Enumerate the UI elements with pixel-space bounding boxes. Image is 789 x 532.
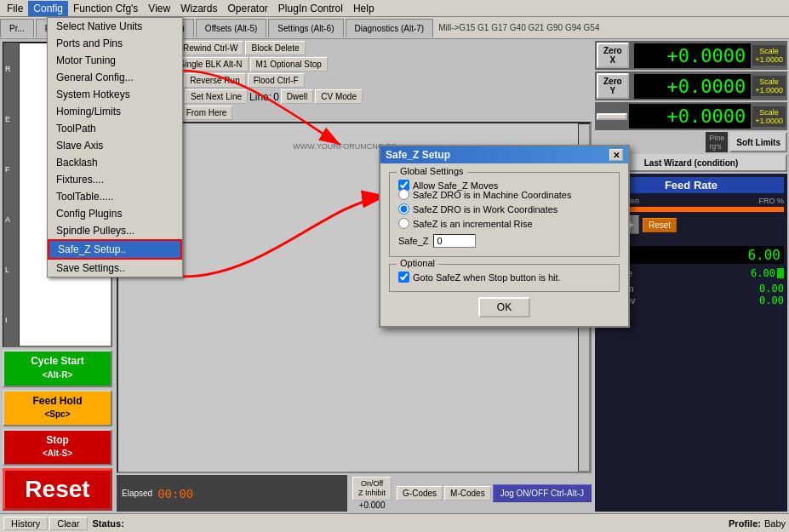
menu-plugin-control[interactable]: PlugIn Control: [273, 1, 348, 16]
status-label: Status:: [93, 518, 124, 529]
dro-z-scale-value: +1.0000: [755, 117, 783, 125]
menu-file[interactable]: File: [2, 1, 28, 16]
safez-input[interactable]: [433, 234, 476, 248]
block-delete-button[interactable]: Block Delete: [245, 41, 305, 55]
menu-slave-axis[interactable]: Slave Axis: [48, 137, 182, 154]
menu-operator[interactable]: Operator: [223, 1, 273, 16]
tab-offsets[interactable]: Offsets (Alt-5): [196, 19, 267, 37]
radio-incremental-label: SafeZ is an incremental Rise: [413, 219, 533, 229]
elapsed-time: 00:00: [157, 487, 193, 501]
jog-button[interactable]: Jog ON/OFF Ctrl-Alt-J: [493, 484, 592, 502]
pine-placeholder: Pinerg's: [706, 132, 728, 152]
reverse-run-button[interactable]: Reverse Run: [184, 73, 245, 88]
ref-e: E: [5, 115, 17, 123]
menu-select-native-units[interactable]: Select Native Units: [48, 18, 182, 35]
elapsed-label: Elapsed: [122, 489, 152, 498]
statusbar: History Clear Status: Profile: Baby: [0, 513, 789, 532]
menubar: File Config Function Cfg's View Wizards …: [0, 0, 789, 17]
dro-x-value: +0.0000: [634, 43, 752, 68]
menu-safez-setup[interactable]: Safe_Z Setup..: [48, 239, 182, 260]
units-min-value: 0.00: [759, 283, 784, 295]
tab-settings[interactable]: Settings (Alt-6): [268, 19, 343, 37]
radio-incremental[interactable]: [398, 218, 409, 229]
dro-y-scale-label: Scale: [755, 77, 783, 86]
cycle-start-label: Cycle Start: [31, 355, 84, 367]
gcode-mode-display: Mill->G15 G1 G17 G40 G21 G90 G94 G54: [438, 23, 599, 32]
menu-tooltable[interactable]: ToolTable.....: [48, 188, 182, 205]
mcodes-button[interactable]: M-Codes: [444, 486, 491, 501]
menu-toolpath[interactable]: ToolPath: [48, 120, 182, 137]
menu-wizards[interactable]: Wizards: [175, 1, 222, 16]
goto-safez-row: Goto SafeZ when Stop button is hit.: [398, 272, 610, 283]
flood-button[interactable]: Flood Ctrl-F: [248, 73, 305, 88]
dialog-body: Global Settings Allow Safe_Z Moves SafeZ…: [380, 163, 628, 326]
menu-save-settings[interactable]: Save Settings..: [48, 260, 182, 277]
feed-hold-shortcut: <Spc>: [44, 409, 70, 419]
toolbar-row4: Load G-Code Set Next Line Line: 0 Dwell …: [117, 89, 592, 104]
optional-section-label: Optional: [397, 258, 438, 268]
units-rev-value: 0.00: [759, 295, 784, 306]
stop-shortcut: <Alt-S>: [43, 449, 72, 458]
radio-work-label: SafeZ DRO is in Work Coordinates: [413, 204, 557, 215]
gcodes-button[interactable]: G-Codes: [397, 486, 443, 501]
dialog-close-button[interactable]: ✕: [609, 149, 623, 161]
menu-view[interactable]: View: [143, 1, 175, 16]
dro-z-scale-label: Scale: [755, 108, 783, 117]
on-off-zinhibit-button[interactable]: On/OffZ Inhibit: [352, 477, 392, 501]
cycle-start-button[interactable]: Cycle Start <Alt-R>: [3, 350, 112, 386]
clear-button[interactable]: Clear: [49, 517, 87, 530]
menu-spindle-pulleys[interactable]: Spindle Pulleys...: [48, 222, 182, 239]
dro-y-scale-value: +1.0000: [755, 86, 783, 94]
zero-x-button[interactable]: ZeroX: [597, 43, 629, 68]
radio-machine-label: SafeZ DRO is in Machine Coordinates: [413, 190, 571, 200]
ref-a: A: [5, 215, 17, 224]
safez-dialog: Safe_Z Setup ✕ Global Settings Allow Saf…: [379, 145, 630, 328]
toolbar-row2: Recent File Single BLK Alt-N M1 Optional…: [117, 57, 592, 72]
rewind-button[interactable]: Rewind Ctrl-W: [177, 41, 243, 55]
menu-config[interactable]: Config: [28, 1, 68, 16]
radio-work-coords[interactable]: [398, 203, 409, 215]
feedrate-bar: [777, 268, 784, 278]
ref-r: R: [5, 65, 17, 73]
safez-value-row: Safe_Z: [398, 234, 610, 248]
zero-y-button[interactable]: ZeroY: [597, 73, 629, 99]
menu-function-cfgs[interactable]: Function Cfg's: [68, 1, 143, 16]
dwell-button[interactable]: Dwell: [281, 89, 313, 104]
set-next-line-button[interactable]: Set Next Line: [185, 89, 248, 104]
stop-button[interactable]: Stop <Alt-S>: [3, 429, 112, 466]
menu-help[interactable]: Help: [348, 1, 380, 16]
dialog-button-row: OK: [389, 297, 620, 317]
safez-radio-group: SafeZ DRO is in Machine Coordinates Safe…: [398, 189, 610, 229]
history-button[interactable]: History: [3, 517, 48, 530]
menu-system-hotkeys[interactable]: System Hotkeys: [48, 86, 182, 103]
ref-i: I: [5, 316, 17, 324]
fro-reset-button[interactable]: Reset: [643, 218, 677, 232]
goto-safez-label: Goto SafeZ when Stop button is hit.: [413, 272, 561, 283]
dro-x-scale-label: Scale: [755, 47, 783, 55]
toolbar-row3: Close G-Code Reverse Run Flood Ctrl-F: [117, 73, 592, 88]
menu-ports-pins[interactable]: Ports and Pins: [48, 35, 182, 52]
profile-label: Profile:: [729, 518, 761, 529]
reset-button[interactable]: Reset: [3, 468, 112, 511]
tab-program[interactable]: Pr...: [0, 19, 34, 37]
goto-safez-checkbox[interactable]: [398, 272, 409, 283]
menu-general-config[interactable]: General Config...: [48, 69, 182, 86]
z-inhibit-value: +0.000: [359, 501, 386, 510]
feedrate-value: 6.00: [751, 267, 775, 279]
dialog-ok-button[interactable]: OK: [478, 297, 530, 317]
menu-homing-limits[interactable]: Homing/Limits: [48, 103, 182, 120]
menu-backlash[interactable]: Backlash: [48, 154, 182, 171]
menu-config-plugins[interactable]: Config Plugins: [48, 205, 182, 222]
radio-machine-coords[interactable]: [398, 189, 409, 200]
cv-mode-button[interactable]: CV Mode: [315, 89, 363, 104]
menu-fixtures[interactable]: Fixtures....: [48, 171, 182, 188]
ref-l: L: [5, 266, 17, 274]
menu-motor-tuning[interactable]: Motor Tuning: [48, 52, 182, 69]
feed-hold-button[interactable]: Feed Hold <Spc>: [3, 390, 112, 426]
tab-diagnostics[interactable]: Diagnostics (Alt-7): [346, 19, 434, 37]
m1-optional-stop-button[interactable]: M1 Optional Stop: [250, 57, 328, 72]
dro-z-placeholder: [597, 113, 627, 120]
line-value: 0: [273, 91, 279, 103]
single-blk-button[interactable]: Single BLK Alt-N: [174, 57, 249, 72]
soft-limits-button[interactable]: Soft Limits: [729, 132, 787, 152]
